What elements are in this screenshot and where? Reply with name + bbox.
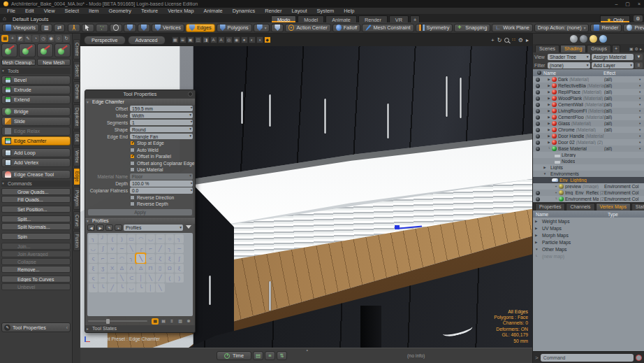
view-mode-dropdown[interactable]: Perspective [84,36,126,45]
menu-item[interactable]: Help [339,8,359,14]
profile-thumbnail[interactable]: ʃ [175,254,184,263]
profile-thumbnail[interactable]: │ [146,283,155,292]
transform-tool-button[interactable] [19,43,35,57]
mode-tab[interactable]: Fusion [73,231,80,251]
menu-item[interactable]: Texture [136,8,163,14]
panel-tab[interactable]: Properties [535,203,565,211]
record-icon[interactable] [636,355,642,361]
profile-thumbnail[interactable]: ς [89,273,98,283]
commands-section-header[interactable]: Commands [1,180,71,187]
profile-thumbnail[interactable]: ∼ [156,234,165,243]
toolbar-button[interactable]: Snapping [454,24,490,32]
viewports-button[interactable]: Viewports [2,24,39,32]
viewport-nav-icon[interactable]: ↻ [497,37,502,43]
mode-tab[interactable]: Edit [73,131,80,145]
visibility-eye-icon[interactable] [536,109,540,113]
effect-cell[interactable]: (all) [604,115,639,120]
mode-tab[interactable]: Vertex [73,147,80,166]
shader-tree-row[interactable]: ▶ ReflectiveBlack (Material) (all) ▾ [533,83,644,89]
profile-thumbnail[interactable]: ▭ [127,234,136,243]
vertex-map-row[interactable]: ▶ Weight Maps [533,218,644,225]
view-mode-icon[interactable]: ▦ [152,318,159,325]
toolbar-button[interactable]: ▾ [254,24,270,32]
shader-tree-row[interactable]: Nodes [533,158,644,164]
property-field[interactable]: Width [130,113,193,119]
only-tab[interactable]: ★ Only [600,15,630,22]
effect-caret-icon[interactable]: ▾ [639,122,644,125]
profile-thumbnail[interactable]: ζ [156,254,165,263]
command-button[interactable]: Set Position... [1,206,71,213]
profile-thumbnail[interactable]: v [108,244,117,253]
toolbar-button[interactable]: Mesh Constraint [362,24,414,32]
profile-thumbnail[interactable]: ╰ [98,283,108,292]
command-button[interactable]: Spin [1,233,71,240]
property-field[interactable]: 159.5 mm [130,106,193,112]
material-ball-icon[interactable] [599,35,607,43]
effect-caret-icon[interactable]: ▾ [639,109,644,113]
profile-thumbnail[interactable]: ◠ [136,234,145,243]
mesh-button[interactable]: New Mesh [37,59,71,66]
viewport-option-icon[interactable]: A [218,36,225,43]
viewport-nav-icon[interactable]: ∷ [512,37,515,43]
visibility-eye-icon[interactable] [536,141,540,145]
shader-tree-row[interactable]: + Img_Env_Reflection (2) Environment Col… [533,190,644,196]
expand-arrow-icon[interactable]: + [553,191,559,194]
profile-thumbnail[interactable]: │ [136,273,145,283]
tool-button[interactable]: Slide [1,117,71,126]
viewport-nav-icon[interactable] [504,38,509,43]
layout-tab[interactable]: VR [389,15,409,22]
effect-caret-icon[interactable]: ▾ [639,147,644,150]
tool-button[interactable]: Edge Chamfer [1,136,71,145]
expand-arrow-icon[interactable]: ▶ [546,122,552,125]
profile-thumbnail[interactable]: ◠ [117,254,126,263]
command-button[interactable]: Split... [1,215,71,222]
shader-tree-row[interactable]: ▶ CementFloor (Material) (all) ▾ [533,114,644,120]
timeline-option-icon[interactable]: ≡ [265,351,275,360]
profile-thumbnail[interactable]: ξ [175,264,184,273]
toolbar-button[interactable] [96,24,108,32]
timeline-option-icon[interactable]: ▤ [253,351,263,360]
thumbnail-size-slider[interactable] [88,320,147,322]
mesh-button[interactable]: Mesh Cleanup... [1,59,36,66]
expand-arrow-icon[interactable]: └ [553,197,559,201]
layout-tab[interactable]: Animate [325,15,357,22]
visibility-eye-icon[interactable] [536,115,540,120]
vertex-map-row[interactable]: ▼ Other Maps [533,245,644,252]
transform-tool-button[interactable] [1,43,17,57]
property-checkbox[interactable]: Reverse Depth [85,201,195,208]
vertex-map-row[interactable]: ▶ UV Maps [533,225,644,232]
profile-thumbnail[interactable]: ξ [89,264,98,273]
visibility-eye-icon[interactable] [536,147,540,151]
profile-thumbnail[interactable]: Λ [127,264,136,273]
expand-arrow-icon[interactable]: ▶ [542,166,548,169]
shader-tree-row[interactable]: ▶ RepliPlace (Material) (all) ▾ [533,89,644,95]
effect-caret-icon[interactable]: ▾ [639,78,644,81]
vertex-map-row[interactable]: ▶ Morph Maps [533,232,644,239]
sidebar-mini-icon[interactable]: ▦ [1,35,8,42]
visibility-eye-icon[interactable] [536,122,540,126]
profile-thumbnail[interactable]: ∼ [117,244,126,253]
tool-button[interactable]: Bridge [1,107,71,116]
add-layer-dropdown[interactable]: Add Layer [592,62,634,69]
profile-thumbnail[interactable]: ) [175,273,184,283]
menu-item[interactable]: Layout [286,8,312,14]
shader-tree-row[interactable]: ▼ Environments [533,171,644,177]
profile-thumbnail[interactable]: ─ [108,273,117,283]
effect-caret-icon[interactable]: ▾ [639,103,644,106]
visibility-eye-icon[interactable] [536,191,540,195]
property-checkbox[interactable]: Offset along Coplanar Edge [85,160,195,167]
profile-thumbnail[interactable]: ╱ [156,244,165,253]
expand-arrow-icon[interactable]: └ [546,178,552,182]
transform-tool-button[interactable] [37,43,53,57]
mode-tab[interactable]: Polygon [73,187,80,210]
view-mode-icon[interactable]: ⊗ [185,318,192,325]
visibility-eye-icon[interactable] [536,97,540,101]
home-icon[interactable]: ⌂ [3,15,6,22]
expand-arrow-icon[interactable]: + [553,185,559,188]
slider-thumb[interactable] [106,319,110,324]
expand-arrow-icon[interactable]: ▶ [546,84,552,87]
profile-thumbnail[interactable]: ╰ [136,283,145,292]
menu-item[interactable]: Animate [199,8,228,14]
effect-cell[interactable]: (all) [604,146,639,151]
toolbar-icon-button[interactable]: ⇄ [54,24,65,32]
